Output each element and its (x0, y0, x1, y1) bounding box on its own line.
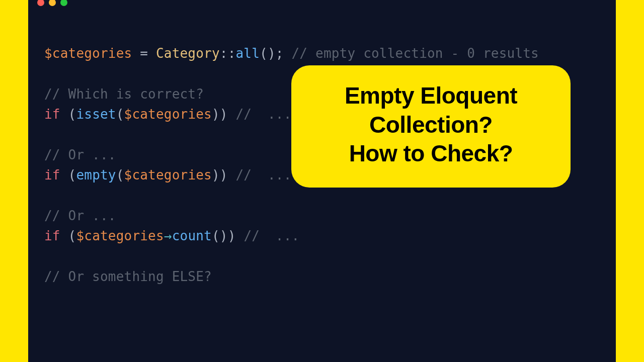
code-token: $categories (124, 167, 212, 183)
code-comment: // Which is correct? (44, 86, 204, 102)
code-token: count (172, 228, 212, 243)
minimize-dot-icon (49, 0, 56, 6)
code-token: :: (220, 46, 236, 61)
code-token: ( (68, 167, 76, 183)
code-window: $categories = Category::all(); // empty … (28, 0, 616, 362)
code-token: $categories (76, 228, 164, 243)
arrow-icon: → (164, 228, 172, 243)
code-token: Category (156, 46, 220, 61)
code-token: ( (68, 107, 76, 122)
code-token: $categories (44, 46, 132, 61)
code-token: )) (212, 167, 236, 183)
callout-line-1: Empty Eloquent (305, 81, 556, 111)
callout-line-3: How to Check? (305, 139, 556, 168)
code-comment: // ... (236, 107, 292, 122)
code-token: )) (212, 107, 236, 122)
code-token: empty (76, 167, 116, 183)
code-token: $categories (124, 107, 212, 122)
traffic-lights (37, 0, 67, 6)
code-token: if (44, 167, 68, 183)
code-comment: // Or ... (44, 147, 116, 162)
code-token: ( (116, 107, 124, 122)
code-token: if (44, 228, 68, 243)
code-comment: // Or ... (44, 208, 116, 223)
code-comment: // Or something ELSE? (44, 269, 212, 284)
zoom-dot-icon (60, 0, 67, 6)
close-dot-icon (37, 0, 44, 6)
callout-box: Empty Eloquent Collection? How to Check? (291, 65, 571, 188)
code-comment: // ... (236, 167, 292, 183)
code-token: ()) (212, 228, 244, 243)
code-comment: // empty collection - 0 results (291, 46, 538, 61)
code-token: if (44, 107, 68, 122)
code-token: (); (260, 46, 291, 61)
code-token: ( (68, 228, 76, 243)
code-token: ( (116, 167, 124, 183)
code-token: all (236, 46, 260, 61)
code-token: isset (76, 107, 116, 122)
code-comment: // ... (244, 228, 299, 243)
code-token: = (132, 46, 156, 61)
callout-line-2: Collection? (305, 111, 556, 140)
